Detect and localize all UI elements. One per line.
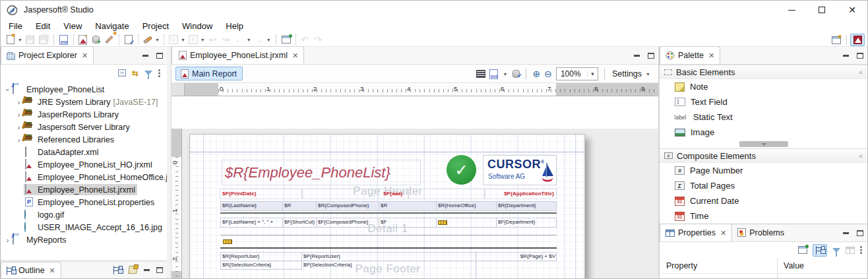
minimize-view-icon[interactable] (843, 232, 849, 234)
page-footer-row1[interactable]: $R{ReportUser} $P{ReportUser} $R{Page} +… (220, 252, 557, 261)
show-advanced-button[interactable] (813, 244, 827, 257)
publish-report-button[interactable]: ✔ (123, 34, 135, 46)
tree-item-myreports[interactable]: › J MyReports (1, 233, 167, 246)
empty-field[interactable] (408, 189, 485, 199)
tree-item-jaspersoft-server-library[interactable]: › Jaspersoft Server Library (1, 121, 167, 133)
palette-item-total-pages[interactable]: Σ Total Pages (660, 178, 867, 193)
zoom-out-icon[interactable]: ⊖ (544, 69, 552, 78)
compile-button[interactable]: 010 (58, 34, 70, 46)
palette-item-note[interactable]: Note (660, 79, 867, 94)
tab-editor-jrxml[interactable]: Employee_PhoneList.jrxml ✕ (171, 46, 304, 64)
view-menu-icon[interactable] (158, 69, 160, 71)
tab-project-explorer[interactable]: Project Explorer ✕ (1, 46, 94, 64)
zoom-level-select[interactable]: 100% ▼ (556, 67, 598, 80)
dataset-query-icon[interactable]: ✔ (512, 70, 520, 78)
pin-drawer-icon[interactable]: « (859, 152, 863, 160)
save-button[interactable] (24, 34, 36, 46)
menu-window[interactable]: Window (175, 20, 219, 32)
tab-palette[interactable]: Palette ✕ (660, 46, 720, 64)
jasper-perspective-button[interactable] (850, 34, 865, 46)
pin-editor-button[interactable] (280, 34, 292, 46)
menu-help[interactable]: Help (219, 20, 250, 32)
minimize-button[interactable] (776, 1, 807, 19)
palette-scroll-down[interactable] (739, 141, 788, 147)
new-wizard-dropdown[interactable]: ▼ (18, 38, 22, 42)
maximize-view-icon[interactable] (857, 230, 863, 236)
view-menu-icon[interactable] (860, 246, 862, 248)
compile-icon[interactable]: 010 (489, 69, 498, 79)
palette-item-text-field[interactable]: I Text Field (660, 94, 867, 109)
back-button[interactable]: ← (233, 34, 245, 46)
main-report-breadcrumb[interactable]: Main Report (175, 67, 243, 80)
report-page[interactable]: $R{Employee_PhoneList} ✓ CURSOR® Softwar… (189, 134, 585, 278)
close-button[interactable]: ✕ (837, 1, 867, 19)
tree-item-properties-file[interactable]: P Employee_PhoneList.properties (1, 196, 167, 208)
palette-item-time[interactable]: 31 Time (660, 208, 867, 224)
palette-item-static-text[interactable]: label Static Text (660, 109, 867, 125)
palette-section-composite[interactable]: # Composite Elements « (660, 148, 867, 163)
tree-item-jre-library[interactable]: › JRE System Library [JavaSE-17] (1, 96, 167, 108)
band-separator[interactable] (220, 247, 557, 249)
back-dropdown[interactable]: ▼ (247, 38, 251, 42)
next-annotation-dropdown[interactable]: ▼ (181, 38, 185, 42)
save-all-button[interactable] (38, 34, 49, 46)
report-title-element[interactable]: $R{Employee_PhoneList} (222, 160, 421, 185)
maximize-view-icon[interactable] (648, 53, 654, 59)
minimize-view-icon[interactable] (634, 55, 640, 57)
menu-project[interactable]: Project (136, 20, 175, 32)
outline-thumbnail-mode-icon[interactable] (128, 266, 138, 274)
image-placeholder-icon[interactable] (223, 239, 232, 244)
menu-file[interactable]: File (2, 20, 29, 32)
restore-defaults-icon[interactable] (846, 247, 855, 254)
minimize-view-icon[interactable] (843, 55, 849, 57)
empty-field[interactable] (302, 189, 375, 199)
maximize-view-icon[interactable] (156, 53, 163, 59)
maximize-button[interactable] (807, 1, 837, 19)
palette-item-current-date[interactable]: 31 Current Date (660, 193, 867, 208)
filter-icon[interactable] (832, 248, 840, 253)
previous-annotation-button[interactable]: ↑ (187, 34, 199, 46)
minimize-view-icon[interactable] (142, 55, 148, 57)
tab-problems[interactable]: Problems (732, 224, 790, 241)
palette-item-page-number[interactable]: # Page Number (660, 163, 867, 178)
settings-button[interactable]: Settings ▼ (611, 69, 653, 78)
tree-item-user-image[interactable]: USER_IMAGE_Accept_16_16.jpg (1, 221, 167, 233)
tree-item-jrxml-selected[interactable]: Employee_PhoneList.jrxml (1, 183, 167, 196)
forward-button[interactable]: → (253, 34, 265, 46)
accept-check-image[interactable]: ✓ (447, 155, 476, 185)
new-data-adapter-button[interactable]: ＋ (90, 34, 102, 46)
design-canvas[interactable]: 0 1 2 3 $R{Employee_PhoneList} ✓ CURSOR® (171, 129, 658, 278)
next-annotation-button[interactable]: ↓ (168, 34, 179, 46)
column-header-band[interactable]: $R{LastName} $R $R{ComposedPhone} $R $R{… (220, 201, 557, 211)
menu-view[interactable]: View (57, 20, 88, 32)
pin-drawer-icon[interactable]: « (859, 68, 863, 76)
tree-item-jrxml-homeoffice[interactable]: Employee_PhoneList_HomeOffice.jrxml (1, 171, 167, 183)
previous-annotation-dropdown[interactable]: ▼ (201, 38, 205, 42)
open-perspective-button[interactable]: ★ (830, 34, 842, 46)
redo-button[interactable]: ↷ (313, 34, 325, 46)
tree-item-jrxml-ho[interactable]: Employee_PhoneList_HO.jrxml (1, 158, 167, 171)
maximize-view-icon[interactable] (156, 267, 163, 273)
new-wizard-button[interactable]: ★ (5, 34, 16, 46)
minimize-view-icon[interactable] (144, 269, 150, 271)
back-history-button[interactable]: ↩ (207, 34, 219, 46)
close-icon[interactable]: ✕ (82, 51, 88, 60)
tree-item-jasperreports-library[interactable]: › JasperReports Library (1, 108, 167, 121)
band-separator[interactable] (220, 212, 557, 214)
close-icon[interactable]: ✕ (708, 51, 714, 60)
style-wand-button[interactable] (142, 34, 154, 46)
aaa-field[interactable]: $P{aaa} (378, 189, 408, 199)
close-icon[interactable]: ✕ (720, 229, 726, 237)
tab-properties[interactable]: Properties ✕ (660, 224, 732, 241)
palette-item-image[interactable]: Image (660, 125, 867, 140)
palette-section-basic[interactable]: Basic Elements « (660, 65, 867, 79)
forward-history-button[interactable]: ↪ (220, 34, 232, 46)
menu-navigate[interactable]: Navigate (88, 20, 135, 32)
column-divider[interactable] (777, 258, 778, 278)
close-icon[interactable]: ✕ (49, 266, 55, 275)
zoom-in-icon[interactable]: ⊕ (532, 69, 540, 78)
collapse-all-icon[interactable]: − (118, 69, 126, 77)
pin-view-icon[interactable] (798, 246, 807, 254)
band-separator[interactable] (220, 235, 557, 235)
applicationtitle-field[interactable]: $P{ApplicationTitle} (485, 189, 557, 199)
